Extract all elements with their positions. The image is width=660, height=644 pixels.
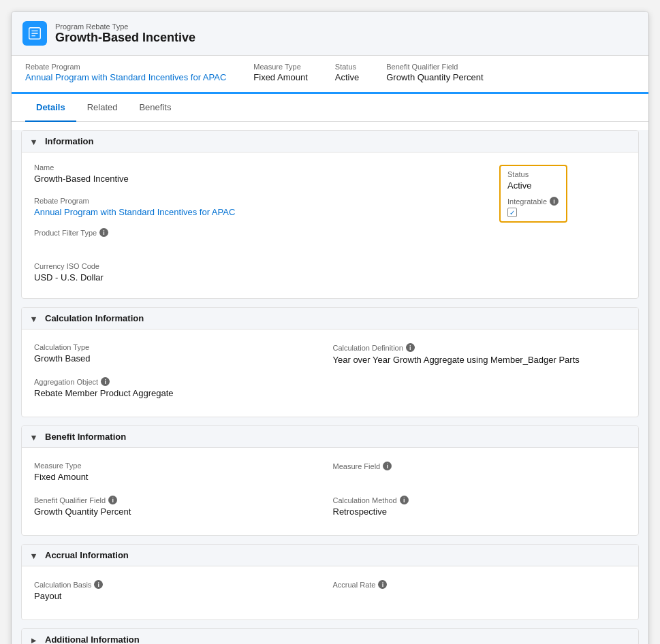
calculation-body: Calculation Type Growth Based ✏ Calculat…	[22, 329, 638, 417]
benefit-section: ▾ Benefit Information Measure Type Fixed…	[21, 425, 639, 536]
information-right: Status Active Integratable i	[492, 158, 629, 290]
benefit-chevron-icon: ▾	[31, 432, 41, 442]
product-filter-field-group: Product Filter Type i ✏	[31, 223, 492, 257]
meta-status: Status Active	[335, 63, 359, 82]
calc-def-info-icon[interactable]: i	[406, 343, 415, 352]
meta-status-value: Active	[335, 72, 359, 82]
accrual-section: ▾ Accrual Information Calculation Basis …	[21, 544, 639, 620]
meta-measure-type: Measure Type Fixed Amount	[253, 63, 308, 82]
product-filter-info-icon[interactable]: i	[99, 228, 108, 237]
product-filter-label: Product Filter Type i	[34, 228, 484, 237]
currency-field-group: Currency ISO Code USD - U.S. Dollar ✏	[31, 257, 492, 290]
accrual-chevron-icon: ▾	[31, 551, 41, 560]
calc-type-field-group: Calculation Type Growth Based ✏	[31, 338, 330, 372]
tabs-bar: Details Related Benefits	[12, 94, 648, 122]
additional-section: ▸ Additional Information	[21, 628, 639, 644]
benefit-measure-type-field-group: Measure Type Fixed Amount ✏	[31, 456, 330, 490]
benefit-measure-type-label: Measure Type	[34, 462, 322, 470]
benefit-qualifier-label: Benefit Qualifier Field i	[34, 496, 322, 504]
meta-measure-type-label: Measure Type	[253, 63, 308, 71]
calc-basis-info-icon[interactable]: i	[94, 580, 103, 589]
calculation-chevron-icon: ▾	[31, 314, 41, 323]
meta-benefit-qualifier: Benefit Qualifier Field Growth Quantity …	[386, 63, 483, 82]
additional-chevron-icon: ▸	[31, 635, 41, 644]
accrual-rate-value	[333, 591, 621, 603]
calc-def-value: Year over Year Growth Aggregate using Me…	[333, 354, 621, 366]
measure-field-value	[333, 472, 621, 485]
currency-label: Currency ISO Code	[34, 262, 484, 270]
agg-object-label: Aggregation Object i	[34, 377, 322, 386]
meta-bar: Rebate Program Annual Program with Stand…	[12, 56, 648, 94]
information-chevron-icon: ▾	[31, 137, 41, 146]
meta-benefit-qualifier-label: Benefit Qualifier Field	[386, 63, 483, 71]
calc-type-value: Growth Based	[34, 353, 322, 366]
benefit-body: Measure Type Fixed Amount ✏ Measure Fiel…	[22, 448, 638, 535]
calc-basis-value: Payout	[34, 591, 322, 603]
page-container: Program Rebate Type Growth-Based Incenti…	[11, 11, 649, 644]
accrual-body: Calculation Basis i Payout ✏ Accrual Rat…	[22, 566, 638, 619]
page-subtitle: Program Rebate Type	[55, 22, 195, 31]
calc-def-label: Calculation Definition i	[333, 343, 621, 352]
accrual-rate-info-icon[interactable]: i	[378, 580, 387, 589]
name-value: Growth-Based Incentive	[34, 174, 484, 186]
additional-section-header[interactable]: ▸ Additional Information	[22, 629, 638, 644]
app-icon	[22, 21, 47, 46]
calc-def-field-group: Calculation Definition i Year over Year …	[330, 338, 629, 372]
rebate-program-field-group: Rebate Program Annual Program with Stand…	[31, 191, 492, 223]
measure-field-group: Measure Field i ▾	[330, 456, 629, 490]
status-highlight-box: Status Active Integratable i	[499, 165, 567, 223]
agg-object-info-icon[interactable]: i	[101, 377, 110, 386]
integratable-checkbox[interactable]	[507, 208, 517, 217]
name-label: Name	[34, 163, 484, 172]
information-body: Name Growth-Based Incentive ✏ Rebate Pro…	[22, 152, 638, 298]
additional-section-title: Additional Information	[45, 634, 140, 644]
status-highlight-value: Active	[507, 180, 559, 193]
meta-rebate-program: Rebate Program Annual Program with Stand…	[25, 63, 226, 82]
meta-benefit-qualifier-value: Growth Quantity Percent	[386, 72, 483, 82]
currency-value: USD - U.S. Dollar	[34, 272, 484, 285]
accrual-section-title: Accrual Information	[45, 550, 129, 560]
meta-rebate-program-value[interactable]: Annual Program with Standard Incentives …	[25, 72, 226, 82]
meta-rebate-program-label: Rebate Program	[25, 63, 226, 71]
name-field-group: Name Growth-Based Incentive ✏	[31, 158, 492, 191]
calc-type-label: Calculation Type	[34, 343, 322, 351]
rebate-program-value[interactable]: Annual Program with Standard Incentives …	[34, 207, 249, 217]
information-left: Name Growth-Based Incentive ✏ Rebate Pro…	[31, 158, 492, 290]
page-title: Growth-Based Incentive	[55, 31, 195, 45]
information-section-header[interactable]: ▾ Information	[22, 131, 638, 152]
benefit-qualifier-info-icon[interactable]: i	[108, 496, 117, 504]
agg-object-value: Rebate Member Product Aggregate	[34, 388, 322, 400]
benefit-section-title: Benefit Information	[45, 432, 126, 442]
integratable-info-icon[interactable]: i	[550, 197, 559, 206]
meta-status-label: Status	[335, 63, 359, 71]
calculation-section: ▾ Calculation Information Calculation Ty…	[21, 307, 639, 417]
tab-details[interactable]: Details	[25, 94, 76, 122]
information-section-title: Information	[45, 136, 94, 146]
calc-method-info-icon[interactable]: i	[400, 496, 409, 504]
content-area: ▾ Information Name Growth-Based Incentiv…	[12, 130, 648, 644]
calc-basis-field-group: Calculation Basis i Payout ✏	[31, 575, 330, 609]
calculation-section-header[interactable]: ▾ Calculation Information	[22, 308, 638, 329]
integratable-label: Integratable i	[507, 197, 559, 206]
calculation-section-title: Calculation Information	[45, 313, 144, 323]
information-section: ▾ Information Name Growth-Based Incentiv…	[21, 130, 639, 299]
benefit-measure-type-value: Fixed Amount	[34, 472, 322, 484]
benefit-qualifier-value: Growth Quantity Percent	[34, 506, 322, 519]
benefit-qualifier-field-group: Benefit Qualifier Field i Growth Quantit…	[31, 490, 330, 524]
rebate-icon	[27, 26, 42, 41]
header-title-group: Program Rebate Type Growth-Based Incenti…	[55, 22, 195, 45]
rebate-program-label: Rebate Program	[34, 197, 484, 205]
tab-benefits[interactable]: Benefits	[128, 94, 182, 122]
calc-basis-label: Calculation Basis i	[34, 580, 322, 589]
benefit-section-header[interactable]: ▾ Benefit Information	[22, 426, 638, 448]
product-filter-value	[34, 239, 484, 251]
calc-method-value: Retrospective	[333, 506, 621, 519]
measure-field-info-icon[interactable]: i	[383, 462, 392, 470]
tab-related[interactable]: Related	[76, 94, 129, 122]
meta-measure-type-value: Fixed Amount	[253, 72, 308, 82]
calc-method-field-group: Calculation Method i Retrospective ✏	[330, 490, 629, 524]
agg-object-field-group: Aggregation Object i Rebate Member Produ…	[31, 372, 330, 406]
calc-method-label: Calculation Method i	[333, 496, 621, 504]
page-header: Program Rebate Type Growth-Based Incenti…	[12, 12, 648, 56]
accrual-section-header[interactable]: ▾ Accrual Information	[22, 545, 638, 566]
